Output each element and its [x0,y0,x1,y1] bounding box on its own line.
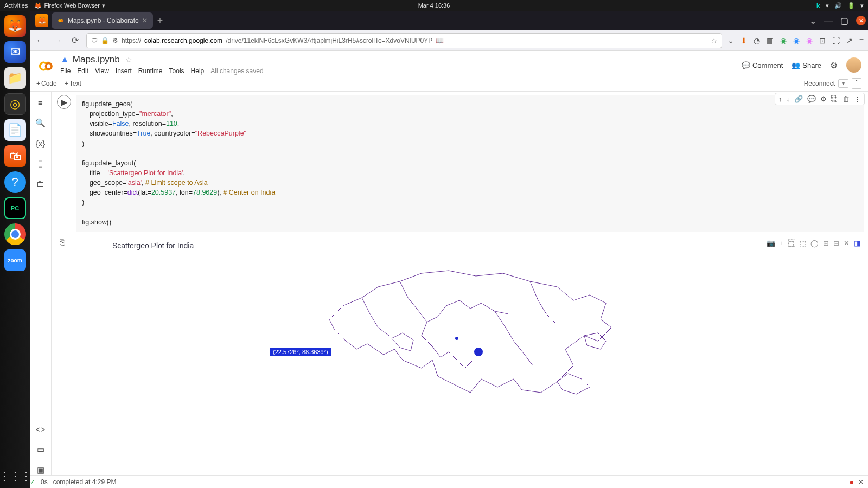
chevron-down-icon[interactable]: ▾ [860,2,864,9]
share-button[interactable]: 👥Share [792,61,821,69]
move-up-icon[interactable]: ↑ [778,95,782,103]
menu-runtime[interactable]: Runtime [138,67,163,75]
terminal-icon[interactable]: ▣ [37,465,44,475]
dock-pycharm-icon[interactable]: PC [4,197,26,219]
app-menu[interactable]: 🦊 Firefox Web Browser ▾ [34,2,105,9]
datetime[interactable]: Mar 4 16:36 [418,2,450,9]
downloads-icon[interactable]: ⬇ [741,36,747,45]
new-tab-button[interactable]: + [157,15,163,27]
back-button[interactable]: ← [34,36,46,46]
shield-icon[interactable]: 🛡 [91,37,98,44]
delete-cell-icon[interactable]: 🗑 [843,95,850,103]
tabs-chevron-icon[interactable]: ⌄ [809,16,816,26]
menu-insert[interactable]: Insert [116,67,132,75]
output-collapse-icon[interactable]: ⎘ [57,237,68,248]
menu-edit[interactable]: Edit [77,67,88,75]
dock-writer-icon[interactable]: 📄 [4,119,26,141]
star-icon[interactable]: ☆ [125,55,132,64]
mirror-icon[interactable]: ⿻ [831,95,838,103]
tab-close-icon[interactable]: ✕ [142,17,148,24]
dock-software-icon[interactable]: 🛍 [4,145,26,167]
dock-thunderbird-icon[interactable]: ✉ [4,41,26,63]
collapse-cell-icon[interactable]: ˆ [852,78,861,89]
recording-icon[interactable]: ● [850,478,854,486]
ext6-icon[interactable]: ⛶ [832,36,840,45]
wifi-icon[interactable]: ▾ [826,2,829,9]
zoomout-icon[interactable]: ⊟ [833,239,839,247]
user-avatar[interactable] [846,57,861,73]
volume-icon[interactable]: 🔊 [834,2,842,9]
system-tray[interactable]: k ▾ 🔊 🔋 ▾ [816,2,864,10]
dock-zoom-icon[interactable]: zoom [4,249,26,271]
pan-icon[interactable]: ⿹ [788,239,795,247]
maximize-button[interactable]: ▢ [840,16,848,26]
menu-tools[interactable]: Tools [169,67,184,75]
zoomin-icon[interactable]: ⊞ [823,239,829,247]
url-bar[interactable]: 🛡 🔒 ⚙ https://colab.research.google.com/… [86,33,722,48]
reload-button[interactable]: ⟳ [69,35,81,46]
reader-icon[interactable]: 📖 [436,37,444,44]
vars-icon[interactable]: {x} [36,139,46,148]
add-code-button[interactable]: + Code [36,80,57,87]
menu-file[interactable]: File [60,67,71,75]
dock-apps-grid-icon[interactable]: ⋮⋮⋮ [0,470,31,483]
battery-icon[interactable]: 🔋 [847,2,855,9]
lock-icon[interactable]: 🔒 [101,37,109,44]
dock-files-icon[interactable]: 📁 [4,67,26,89]
select-icon[interactable]: ⬚ [800,239,806,247]
autoscale-icon[interactable]: ✕ [844,239,850,247]
account-icon[interactable]: ◔ [754,36,760,45]
search-icon[interactable]: 🔍 [35,118,46,128]
ext3-icon[interactable]: ◉ [793,36,800,45]
add-text-button[interactable]: + Text [65,80,81,87]
save-status[interactable]: All changes saved [210,67,263,75]
settings-gear-icon[interactable]: ⚙ [830,60,838,70]
dock-firefox-icon[interactable]: 🦊 [4,15,26,37]
pocket-icon[interactable]: ⌄ [727,36,734,45]
close-button[interactable]: ✕ [856,16,866,25]
colab-main[interactable]: ↑ ↓ 🔗 💬 ⚙ ⿻ 🗑 ⋮ ▶ fig.update_geos( proje… [52,92,868,475]
secrets-icon[interactable]: ⌷ [38,159,43,168]
dock-chrome-icon[interactable] [4,223,26,245]
ext4-icon[interactable]: ◉ [806,36,813,45]
ext2-icon[interactable]: ◉ [780,36,787,45]
permissions-icon[interactable]: ⚙ [112,37,118,44]
comment-button[interactable]: 💬Comment [742,61,783,69]
colab-logo-icon[interactable] [36,57,54,75]
code-editor[interactable]: fig.update_geos( projection_type="mercat… [76,95,864,232]
activities-button[interactable]: Activities [4,2,28,9]
ext5-icon[interactable]: ⊡ [819,36,826,45]
ext7-icon[interactable]: ↗ [846,36,853,45]
dock-help-icon[interactable]: ? [4,171,26,193]
minimize-button[interactable]: — [824,16,833,25]
zoom-icon[interactable]: + [780,239,784,247]
files-panel-icon[interactable]: 🗀 [36,179,44,188]
reconnect-button[interactable]: Reconnect [804,80,835,87]
menu-help[interactable]: Help [191,67,205,75]
code-cell[interactable]: ▶ fig.update_geos( projection_type="merc… [52,92,868,235]
firefox-home-icon[interactable]: 🦊 [35,14,48,27]
comments-panel-icon[interactable]: ▭ [37,445,44,454]
move-down-icon[interactable]: ↓ [787,95,790,103]
code-icon[interactable]: <> [36,425,46,434]
notebook-title[interactable]: Maps.ipynb [73,54,120,65]
comment-cell-icon[interactable]: 💬 [807,95,816,103]
k-indicator-icon[interactable]: k [816,2,820,10]
reconnect-options-icon[interactable]: ▼ [838,79,848,88]
menu-view[interactable]: View [95,67,109,75]
plotly-logo-icon[interactable]: ◨ [854,239,860,247]
hamburger-menu-icon[interactable]: ≡ [859,36,864,45]
dock-rhythmbox-icon[interactable]: ◎ [4,93,26,115]
link-icon[interactable]: 🔗 [794,95,803,103]
close-status-icon[interactable]: ✕ [858,478,864,486]
cell-more-icon[interactable]: ⋮ [854,95,861,103]
browser-tab[interactable]: Maps.ipynb - Colaborato ✕ [52,12,153,29]
map-container[interactable]: (22.5726°, 88.3639°) [85,254,855,412]
camera-icon[interactable]: 📷 [767,239,775,247]
bookmark-star-icon[interactable]: ☆ [711,37,717,44]
cell-settings-icon[interactable]: ⚙ [820,95,827,103]
lasso-icon[interactable]: ◯ [810,239,819,247]
toc-icon[interactable]: ≡ [38,98,43,107]
run-cell-button[interactable]: ▶ [57,95,71,109]
ext1-icon[interactable]: ▦ [767,36,774,45]
